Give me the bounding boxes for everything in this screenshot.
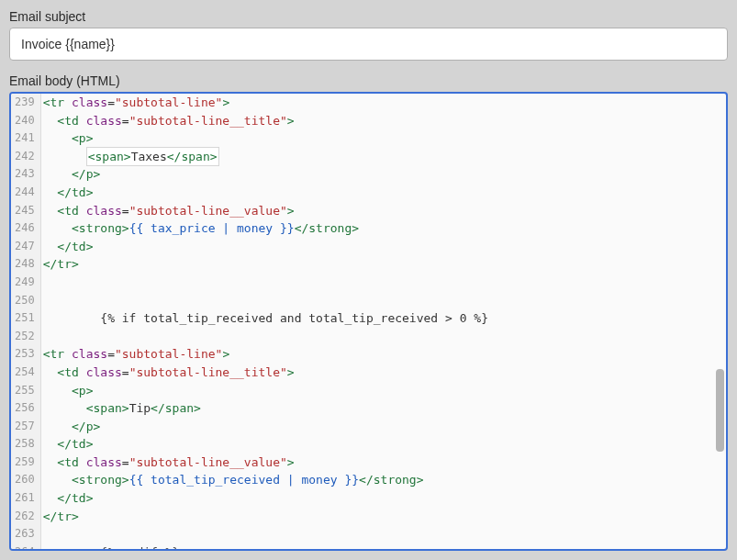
subject-input[interactable] — [9, 28, 728, 61]
body-label: Email body (HTML) — [9, 73, 728, 88]
body-editor[interactable]: 2392402412422432442452462472482492502512… — [9, 92, 728, 551]
vertical-scrollbar[interactable] — [716, 94, 724, 549]
line-number-gutter: 2392402412422432442452462472482492502512… — [11, 94, 41, 549]
scrollbar-thumb[interactable] — [716, 369, 724, 452]
subject-label: Email subject — [9, 9, 728, 24]
code-content[interactable]: <tr class="subtotal-line"> <td class="su… — [41, 94, 726, 549]
